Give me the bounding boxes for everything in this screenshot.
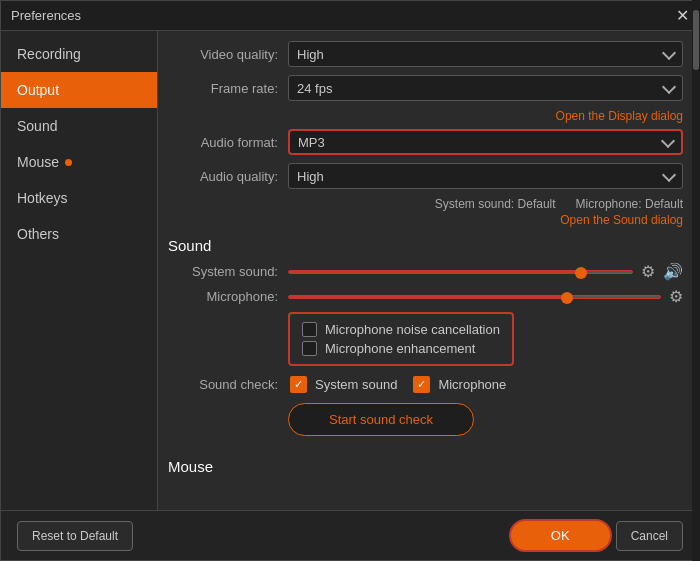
chevron-down-icon — [662, 45, 676, 59]
system-sound-slider-fill — [289, 271, 581, 273]
chevron-down-icon — [662, 79, 676, 93]
microphone-check-checkbox[interactable]: ✓ — [413, 376, 430, 393]
checkmark-icon: ✓ — [417, 378, 426, 391]
mouse-section-header: Mouse — [168, 458, 683, 475]
microphone-check-label: Microphone — [438, 377, 506, 392]
system-sound-slider-container: ⚙ 🔊 — [288, 262, 683, 281]
frame-rate-row: Frame rate: 24 fps — [168, 75, 683, 101]
main-content: Recording Output Sound Mouse Hotkeys Oth… — [1, 31, 699, 510]
sidebar-item-label: Others — [17, 226, 59, 242]
system-sound-slider-track[interactable] — [288, 270, 633, 274]
audio-format-label: Audio format: — [168, 135, 278, 150]
footer-right: OK Cancel — [509, 519, 683, 552]
sound-info-row: System sound: Default Microphone: Defaul… — [168, 197, 683, 211]
open-display-dialog-link[interactable]: Open the Display dialog — [168, 109, 683, 123]
audio-quality-select[interactable]: High — [288, 163, 683, 189]
system-sound-slider-label: System sound: — [168, 264, 278, 279]
audio-format-row: Audio format: MP3 — [168, 129, 683, 155]
system-sound-value: Default — [518, 197, 556, 211]
mouse-dot — [65, 159, 72, 166]
frame-rate-value: 24 fps — [297, 81, 332, 96]
system-sound-check-label: System sound — [315, 377, 397, 392]
chevron-down-icon — [662, 167, 676, 181]
sidebar-item-hotkeys[interactable]: Hotkeys — [1, 180, 157, 216]
footer: Reset to Default OK Cancel — [1, 510, 699, 560]
video-quality-label: Video quality: — [168, 47, 278, 62]
system-sound-check-checkbox[interactable]: ✓ — [290, 376, 307, 393]
sidebar-item-mouse[interactable]: Mouse — [1, 144, 157, 180]
microphone-slider-track[interactable] — [288, 295, 661, 299]
content-panel: Video quality: High Frame rate: 24 fps O… — [158, 31, 699, 510]
microphone-slider-container: ⚙ — [288, 287, 683, 306]
sidebar-item-output[interactable]: Output — [1, 72, 157, 108]
microphone-checkbox-group: Microphone noise cancellation Microphone… — [288, 312, 514, 366]
audio-quality-row: Audio quality: High — [168, 163, 683, 189]
scrollbar-track — [692, 31, 699, 510]
noise-cancellation-row: Microphone noise cancellation — [302, 322, 500, 337]
system-sound-info: System sound: Default — [435, 197, 556, 211]
audio-quality-label: Audio quality: — [168, 169, 278, 184]
sidebar-item-sound[interactable]: Sound — [1, 108, 157, 144]
sound-section-header: Sound — [168, 237, 683, 254]
scrollbar-thumb[interactable] — [693, 31, 699, 70]
reset-to-default-button[interactable]: Reset to Default — [17, 521, 133, 551]
video-quality-row: Video quality: High — [168, 41, 683, 67]
sidebar: Recording Output Sound Mouse Hotkeys Oth… — [1, 31, 158, 510]
noise-cancellation-checkbox[interactable] — [302, 322, 317, 337]
ok-button[interactable]: OK — [509, 519, 612, 552]
sidebar-item-label: Recording — [17, 46, 81, 62]
open-sound-dialog-link[interactable]: Open the Sound dialog — [168, 213, 683, 227]
microphone-info: Microphone: Default — [576, 197, 683, 211]
microphone-slider-label: Microphone: — [168, 289, 278, 304]
system-sound-label: System sound: — [435, 197, 514, 211]
preferences-window: Preferences ✕ Recording Output Sound Mou… — [0, 0, 700, 561]
microphone-gear-icon[interactable]: ⚙ — [669, 287, 683, 306]
checkmark-icon: ✓ — [294, 378, 303, 391]
video-quality-select[interactable]: High — [288, 41, 683, 67]
sound-check-row: Sound check: ✓ System sound ✓ Microphone — [178, 376, 683, 393]
microphone-slider-thumb[interactable] — [561, 292, 573, 304]
audio-quality-value: High — [297, 169, 324, 184]
sidebar-item-others[interactable]: Others — [1, 216, 157, 252]
close-button[interactable]: ✕ — [676, 8, 689, 24]
audio-format-select[interactable]: MP3 — [288, 129, 683, 155]
titlebar: Preferences ✕ — [1, 1, 699, 31]
audio-format-value: MP3 — [298, 135, 325, 150]
microphone-info-value: Default — [645, 197, 683, 211]
sidebar-item-label: Output — [17, 82, 59, 98]
frame-rate-label: Frame rate: — [168, 81, 278, 96]
enhancement-checkbox[interactable] — [302, 341, 317, 356]
noise-cancellation-label: Microphone noise cancellation — [325, 322, 500, 337]
sidebar-item-label: Mouse — [17, 154, 59, 170]
cancel-button[interactable]: Cancel — [616, 521, 683, 551]
speaker-icon[interactable]: 🔊 — [663, 262, 683, 281]
microphone-slider-fill — [289, 296, 567, 298]
microphone-info-label: Microphone: — [576, 197, 642, 211]
video-quality-value: High — [297, 47, 324, 62]
enhancement-label: Microphone enhancement — [325, 341, 475, 356]
frame-rate-select[interactable]: 24 fps — [288, 75, 683, 101]
system-sound-slider-thumb[interactable] — [575, 267, 587, 279]
sidebar-item-recording[interactable]: Recording — [1, 36, 157, 72]
sidebar-item-label: Hotkeys — [17, 190, 68, 206]
gear-icon[interactable]: ⚙ — [641, 262, 655, 281]
sidebar-item-label: Sound — [17, 118, 57, 134]
window-title: Preferences — [11, 8, 81, 23]
enhancement-row: Microphone enhancement — [302, 341, 500, 356]
chevron-down-icon — [661, 133, 675, 147]
sound-check-label: Sound check: — [178, 377, 278, 392]
microphone-slider-row: Microphone: ⚙ — [168, 287, 683, 306]
system-sound-slider-row: System sound: ⚙ 🔊 — [168, 262, 683, 281]
start-sound-check-button[interactable]: Start sound check — [288, 403, 474, 436]
